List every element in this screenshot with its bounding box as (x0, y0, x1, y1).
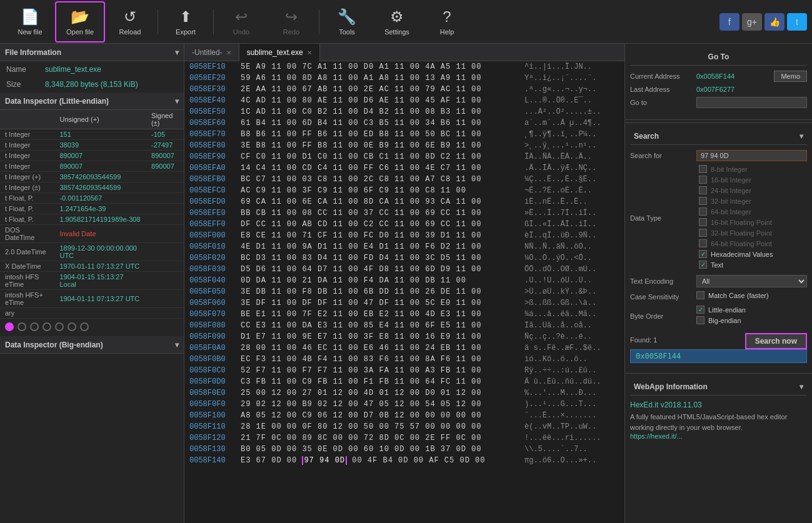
export-button[interactable]: ⬆ Export (161, 1, 211, 42)
big-endian-label: Big-endian (708, 317, 741, 324)
current-address-value: 0x0058F144 (696, 72, 770, 80)
hex-row[interactable]: 0058F0C0 52 F7 11 00 F7 F7 11 00 3A FA 1… (184, 365, 624, 376)
webapp-expand-icon[interactable]: ▾ (799, 382, 803, 391)
radio-1[interactable] (5, 322, 14, 331)
hex-row[interactable]: 0058F0B0 EC F3 11 00 4B F4 11 00 83 F6 1… (184, 354, 624, 365)
data-inspector-big-expand[interactable]: ▾ (175, 341, 179, 349)
cb-64bit-box[interactable] (699, 207, 707, 216)
cb-hex-box[interactable] (699, 250, 707, 258)
radio-3[interactable] (30, 322, 39, 331)
big-endian-box[interactable] (696, 316, 704, 324)
hex-address: 0058F0F0 (184, 400, 241, 409)
hex-row[interactable]: 0058F050 3E DB 11 00 F8 DB 11 00 6B DD 1… (184, 286, 624, 297)
facebook-button[interactable]: f (719, 13, 739, 31)
search-now-button[interactable]: Search now (745, 333, 807, 349)
tab-sublime-close[interactable]: ✕ (307, 49, 312, 56)
hex-row[interactable]: 0058F010 4E D1 11 00 9A D1 11 00 E4 D1 1… (184, 241, 624, 252)
hex-row[interactable]: 0058F000 E8 CE 11 00 71 CF 11 00 FC D0 1… (184, 230, 624, 241)
hex-row[interactable]: 0058F0D0 C3 FB 11 00 C9 FB 11 00 F1 FB 1… (184, 376, 624, 387)
hex-ascii: )...¹...G...T... (524, 400, 624, 409)
hex-row[interactable]: 0058F110 28 1E 00 00 0F 80 12 00 50 00 7… (184, 421, 624, 432)
memo-button[interactable]: Memo (774, 71, 807, 82)
googleplus-button[interactable]: g+ (742, 13, 762, 31)
hex-row[interactable]: 0058F020 BC D3 11 00 83 D4 11 00 FD D4 1… (184, 252, 624, 264)
reload-button[interactable]: ↺ Reload (105, 1, 155, 42)
hex-row[interactable]: 0058EFE0 BB CB 11 00 08 CC 11 00 37 CC 1… (184, 207, 624, 219)
cb-16float-box[interactable] (699, 218, 707, 226)
webapp-link[interactable]: https://hexed.it/... (630, 432, 807, 440)
cb-16bit-box[interactable] (699, 176, 707, 184)
hex-row[interactable]: 0058F070 BE E1 11 00 7F E2 11 00 EB E2 1… (184, 309, 624, 320)
cb-text-box[interactable] (699, 261, 707, 269)
redo-button[interactable]: ↪ Redo (266, 1, 316, 42)
like-button[interactable]: 👍 (764, 13, 784, 31)
hex-row[interactable]: 0058EF30 2E AA 11 00 67 AB 11 00 2E AC 1… (184, 84, 624, 95)
cb-8bit-box[interactable] (699, 165, 707, 173)
hex-row[interactable]: 0058F090 D1 E7 11 00 9E E7 11 00 3F E8 1… (184, 331, 624, 342)
file-info-expand[interactable]: ▾ (175, 48, 179, 57)
new-file-label: New file (18, 28, 42, 36)
settings-button[interactable]: ⚙ Settings (372, 1, 422, 42)
type-cell: t Integer (+) (0, 172, 54, 182)
hex-row[interactable]: 0058EF70 B8 B6 11 00 FF B6 11 00 ED B8 1… (184, 129, 624, 140)
text-encoding-select[interactable]: All (696, 275, 807, 287)
hex-row[interactable]: 0058F0E0 25 00 12 00 27 01 12 00 4D 01 1… (184, 387, 624, 399)
open-file-button[interactable]: 📂 Open file (55, 1, 105, 42)
hex-row[interactable]: 0058EF60 61 B4 11 00 6D B4 11 00 C3 B5 1… (184, 117, 624, 129)
cb-32float-box[interactable] (699, 229, 707, 237)
hex-address: 0058EF90 (184, 152, 241, 161)
hex-row[interactable]: 0058EFD0 69 CA 11 00 6E CA 11 00 8D CA 1… (184, 196, 624, 207)
hex-row[interactable]: 0058F030 D5 D6 11 00 64 D7 11 00 4F D8 1… (184, 264, 624, 275)
tab-untitled-close[interactable]: ✕ (226, 49, 231, 56)
cb-64float-box[interactable] (699, 239, 707, 247)
type-cell: t Integer (0, 161, 54, 172)
new-file-button[interactable]: 📄 New file (5, 1, 55, 42)
undo-button[interactable]: ↩ Undo (216, 1, 266, 42)
hex-row[interactable]: 0058F130 B0 05 0D 00 35 0E 0D 00 60 10 0… (184, 444, 624, 455)
radio-5[interactable] (55, 322, 64, 331)
byte-order-row: Byte Order Little-endian Big-endian (630, 306, 807, 327)
hex-ascii: \\.5....`..7.. (524, 445, 624, 454)
hex-row[interactable]: 0058EF10 5E A9 11 00 7C A1 11 00 D0 A1 1… (184, 61, 624, 72)
hex-view[interactable]: 0058EF10 5E A9 11 00 7C A1 11 00 D0 A1 1… (184, 61, 624, 523)
hex-row[interactable]: 0058F140 E3 67 0D 00 97 94 0D 00 4F B4 0… (184, 455, 624, 466)
tab-sublime[interactable]: sublime_text.exe ✕ (239, 44, 320, 61)
hex-row[interactable]: 0058EFB0 BC C7 11 00 03 C8 11 00 2C C8 1… (184, 174, 624, 185)
match-case-box[interactable] (696, 291, 704, 299)
hex-ascii: Ã û..Éû..ñû..dü.. (524, 377, 624, 386)
hex-row[interactable]: 0058EF80 3E B8 11 00 FF B8 11 00 0E B9 1… (184, 140, 624, 151)
hex-row[interactable]: 0058F080 CC E3 11 00 DA E3 11 00 85 E4 1… (184, 320, 624, 331)
hex-bytes: D5 D6 11 00 64 D7 11 00 4F D8 11 00 6D D… (241, 265, 524, 274)
hex-row[interactable]: 0058F120 21 7F 0C 00 89 8C 00 00 72 8D 0… (184, 432, 624, 444)
hex-bytes: AC C9 11 00 3F C9 11 00 6F C9 11 00 C8 1… (241, 186, 524, 195)
search-for-input[interactable] (696, 150, 807, 161)
hex-row[interactable]: 0058F040 0D DA 11 00 21 DA 11 00 F4 DA 1… (184, 275, 624, 286)
hex-ascii: ¼Ó..Ô..ýÔ..<Õ.. (524, 254, 624, 262)
data-inspector-little-expand[interactable]: ▾ (175, 97, 179, 106)
twitter-button[interactable]: t (787, 13, 807, 31)
radio-6[interactable] (68, 322, 76, 331)
found-address[interactable]: 0x0058F144 (630, 349, 807, 363)
search-expand-icon[interactable]: ▾ (799, 132, 803, 141)
hex-row[interactable]: 0058F0A0 28 00 11 00 46 EC 11 00 E6 46 1… (184, 342, 624, 354)
hex-row[interactable]: 0058F100 A8 05 12 00 C9 06 12 00 D7 0B 1… (184, 410, 624, 421)
cb-32bit-box[interactable] (699, 197, 707, 205)
goto-input[interactable] (696, 97, 807, 108)
cb-24bit-box[interactable] (699, 186, 707, 194)
hex-row[interactable]: 0058EFA0 14 C4 11 00 CD C4 11 00 FF C6 1… (184, 162, 624, 174)
hex-row[interactable]: 0058EFF0 DF CC 11 00 AB CD 11 00 C2 CC 1… (184, 219, 624, 230)
help-button[interactable]: ? Help (422, 1, 472, 42)
hex-row[interactable]: 0058EFC0 AC C9 11 00 3F C9 11 00 6F C9 1… (184, 185, 624, 196)
tab-untitled[interactable]: -Untitled- ✕ (184, 44, 239, 61)
radio-7[interactable] (80, 322, 89, 331)
hex-row[interactable]: 0058F060 3E DF 11 00 DF DF 11 00 47 DF 1… (184, 297, 624, 309)
radio-4[interactable] (43, 322, 51, 331)
little-endian-box[interactable] (696, 306, 704, 314)
hex-row[interactable]: 0058EF20 59 A6 11 00 8D A8 11 00 A1 A8 1… (184, 72, 624, 84)
radio-2[interactable] (18, 322, 26, 331)
hex-row[interactable]: 0058EF90 CF C0 11 00 D1 C0 11 00 CB C1 1… (184, 151, 624, 162)
hex-row[interactable]: 0058F0F0 29 02 12 00 B9 02 12 00 47 05 1… (184, 399, 624, 410)
tools-button[interactable]: 🔧 Tools (322, 1, 372, 42)
hex-row[interactable]: 0058EF50 1C AD 11 00 C0 B2 11 00 D4 B2 1… (184, 106, 624, 117)
hex-row[interactable]: 0058EF40 4C AD 11 00 80 AE 11 00 D6 AE 1… (184, 95, 624, 106)
